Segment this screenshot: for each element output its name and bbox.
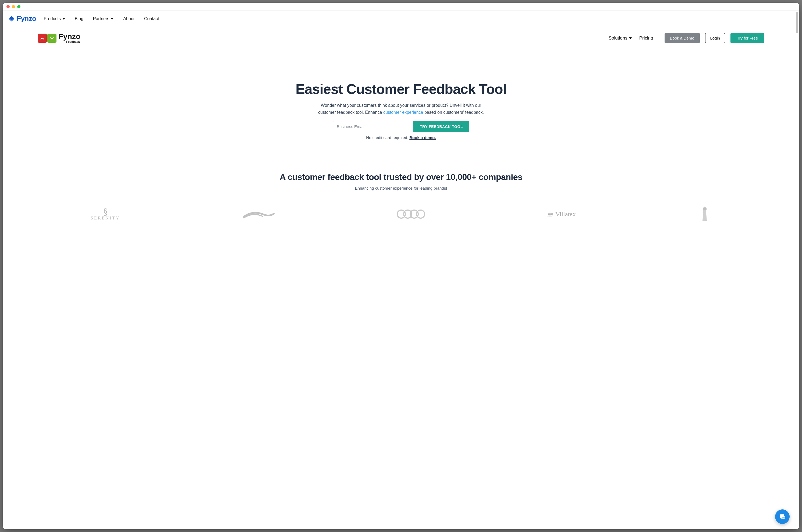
product-logo[interactable]: Fynzo Feedback: [38, 33, 80, 43]
trusted-headline: A customer feedback tool trusted by over…: [3, 172, 363, 182]
hero-subtext: Wonder what your customers think about y…: [313, 102, 363, 116]
business-email-input[interactable]: [333, 121, 363, 132]
global-menu: Products Blog Partners About Contact: [44, 16, 159, 21]
customer-logo-wave: [242, 209, 274, 220]
hero-section: Easiest Customer Feedback Tool Wonder wh…: [3, 81, 363, 140]
product-name: Fynzo Feedback: [59, 33, 80, 43]
brand-logo[interactable]: Fynzo: [8, 15, 36, 23]
nav-partners[interactable]: Partners: [93, 16, 114, 21]
hero-note: No credit card required. Book a demo.: [14, 135, 363, 140]
brand-text: Fynzo: [17, 15, 36, 23]
email-signup-form: TRY FEEDBACK TOOL: [14, 121, 363, 132]
customer-logos-row: § SERENITY Villatex: [3, 206, 363, 222]
maximize-window-button[interactable]: [17, 5, 20, 8]
brand-icon: [8, 15, 15, 22]
product-nav: Fynzo Feedback Solutions Pricing Book a …: [3, 27, 363, 43]
nav-blog[interactable]: Blog: [75, 16, 83, 21]
page-viewport: Fynzo Products Blog Partners About: [3, 11, 363, 241]
global-nav: Fynzo Products Blog Partners About: [3, 11, 363, 27]
sad-face-icon: [38, 34, 47, 43]
feedback-smiley-icon: [38, 34, 56, 43]
window-title-bar: [3, 3, 363, 11]
trusted-section: A customer feedback tool trusted by over…: [3, 172, 363, 222]
close-window-button[interactable]: [6, 5, 10, 8]
nav-about[interactable]: About: [123, 16, 134, 21]
hero-headline: Easiest Customer Feedback Tool: [14, 81, 363, 97]
minimize-window-button[interactable]: [12, 5, 15, 8]
chevron-down-icon: [111, 18, 114, 20]
happy-face-icon: [47, 34, 56, 43]
chevron-down-icon: [62, 18, 65, 20]
nav-contact[interactable]: Contact: [144, 16, 159, 21]
nav-products[interactable]: Products: [44, 16, 65, 21]
browser-window: Fynzo Products Blog Partners About: [3, 3, 363, 241]
customer-logo-serenity: § SERENITY: [91, 208, 120, 221]
serenity-mark-icon: §: [103, 208, 108, 215]
trusted-subtext: Enhancing customer experience for leadin…: [3, 186, 363, 190]
